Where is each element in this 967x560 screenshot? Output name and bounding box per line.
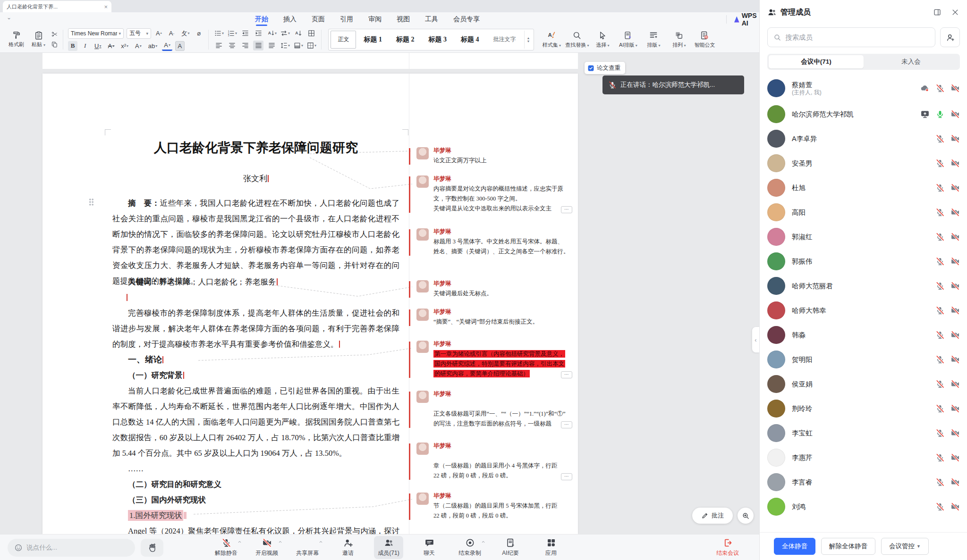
comment-card[interactable]: 毕梦琳章（一级标题）的题目采用小 4 号黑体字，行距22 磅，段前 0 磅，段后… <box>416 443 572 481</box>
comment-card[interactable]: 毕梦琳内容摘要是对论文内容的概括性描述，应忠实于原文，字数控制在 300-500… <box>416 176 572 214</box>
comment-card[interactable]: 毕梦琳论文正文两万字以上 <box>416 147 572 166</box>
raise-hand-button[interactable] <box>141 539 163 557</box>
cam-off-icon[interactable] <box>950 257 960 266</box>
comment-more-button[interactable]: ⋯ <box>561 371 572 378</box>
chat-message-input[interactable]: 说点什么... <box>8 539 135 557</box>
member-row[interactable]: 李言睿 <box>760 470 967 494</box>
member-row[interactable]: 荆玲玲 <box>760 396 967 421</box>
comment-card[interactable]: 毕梦琳节（二级标题）的题目采用 5 号宋体加黑，行距22 磅，段前 0 磅，段后… <box>416 493 572 521</box>
text-direction-icon[interactable]: A▾ <box>266 28 277 38</box>
strikethrough-icon[interactable]: A▾ <box>106 41 116 51</box>
mic-off-icon[interactable] <box>935 453 945 462</box>
document-page[interactable]: 人口老龄化背景下养老保障问题研究张文利摘 要：近些年来，我国人口老龄化进程在不断… <box>42 74 578 534</box>
outdent-icon[interactable] <box>240 28 250 38</box>
comment-more-button[interactable]: ⋯ <box>561 473 572 480</box>
comment-card[interactable]: 毕梦琳关键词最后处无标点。 <box>416 280 572 299</box>
style-item-2[interactable]: 标题 1 <box>357 31 389 49</box>
chevron-up-icon[interactable] <box>278 540 282 544</box>
cam-off-icon[interactable] <box>950 134 960 143</box>
mic-off-icon[interactable] <box>935 330 945 340</box>
annotate-button[interactable]: 批注 <box>692 508 733 524</box>
meeting-control-开启视频[interactable]: 开启视频 <box>252 536 281 559</box>
cloud-record-icon[interactable] <box>920 84 930 93</box>
cam-off-icon[interactable] <box>950 84 960 93</box>
align-distribute-icon[interactable] <box>266 41 277 50</box>
close-panel-icon[interactable] <box>951 8 959 17</box>
ribbon-tab-视图[interactable]: 视图 <box>397 12 410 26</box>
superscript-icon[interactable]: x²▾ <box>119 41 130 51</box>
meeting-control-成员(71)[interactable]: 成员(71) <box>374 536 403 559</box>
ribbon-tab-工具[interactable]: 工具 <box>425 12 438 26</box>
mic-off-icon[interactable] <box>935 281 945 291</box>
font-size-select[interactable]: 五号▾ <box>127 28 151 39</box>
collapse-sidebar-handle[interactable]: ‹ <box>752 326 759 353</box>
style-item-6[interactable]: 批注文字 <box>486 31 522 49</box>
style-item-3[interactable]: 标题 2 <box>390 31 421 49</box>
indent-icon[interactable] <box>253 28 263 38</box>
cut-icon[interactable] <box>51 31 58 38</box>
chevron-up-icon[interactable] <box>481 540 485 544</box>
member-row[interactable]: 李惠芹 <box>760 445 967 470</box>
paragraph-drag-handle-icon[interactable] <box>89 198 94 206</box>
sort-icon[interactable]: A <box>293 28 303 38</box>
cam-off-icon[interactable] <box>950 232 960 242</box>
cam-off-icon[interactable] <box>950 330 960 340</box>
footer-button-解除全体静音[interactable]: 解除全体静音 <box>821 538 875 555</box>
mic-off-icon[interactable] <box>935 477 945 487</box>
borders-icon[interactable]: ▾ <box>306 41 316 50</box>
comment-card[interactable]: 毕梦琳标题用 3 号黑体字。中文姓名用五号宋体。标题、姓名、摘要（关键词）、正文… <box>416 228 572 257</box>
text-effects-icon[interactable]: 攵▾ <box>179 28 191 38</box>
paper-check-button[interactable]: 论文查重 <box>585 62 625 74</box>
member-row[interactable]: 刘鸿 <box>760 494 967 519</box>
mic-off-icon[interactable] <box>935 428 945 438</box>
align-left-icon[interactable] <box>213 41 224 50</box>
cam-off-icon[interactable] <box>950 477 960 487</box>
tool-AI排版[interactable]: AI排版 ▾ <box>615 31 641 49</box>
comment-card[interactable]: 毕梦琳正文各级标题可采用“一、”“（一）”“1.”“(1)”和“①”的写法，注意… <box>416 391 572 429</box>
ribbon-tab-开始[interactable]: 开始 <box>255 12 268 26</box>
cam-off-icon[interactable] <box>950 159 960 168</box>
mic-off-icon[interactable] <box>935 306 945 315</box>
mic-off-icon[interactable] <box>935 502 945 511</box>
mic-off-icon[interactable] <box>935 134 945 143</box>
mic-off-icon[interactable] <box>935 159 945 168</box>
panel-tab-会议中(71)[interactable]: 会议中(71) <box>769 55 864 68</box>
chevron-up-icon[interactable] <box>238 540 242 544</box>
close-tab-icon[interactable]: × <box>104 3 108 10</box>
bullet-list-icon[interactable]: ▾ <box>213 28 224 38</box>
member-row[interactable]: 哈尔滨师范大学祁凯 <box>760 102 967 126</box>
highlight-icon[interactable]: ab▾ <box>146 41 159 51</box>
member-row[interactable]: 哈师大范丽君 <box>760 274 967 298</box>
screen-share-icon[interactable] <box>920 109 930 119</box>
collapse-ribbon-icon[interactable]: ⌄ <box>7 14 11 21</box>
clear-format-icon[interactable]: ⌀ <box>194 28 204 38</box>
mic-off-icon[interactable] <box>935 257 945 266</box>
footer-button-全体静音[interactable]: 全体静音 <box>774 538 815 555</box>
style-item-5[interactable]: 标题 4 <box>454 31 486 49</box>
table-grid-icon[interactable] <box>306 28 316 38</box>
paste-button[interactable]: 粘贴 ▾ <box>30 30 47 49</box>
style-item-1[interactable]: 正文 <box>331 31 356 49</box>
shading-icon[interactable]: ▾ <box>293 41 303 50</box>
two-way-icon[interactable]: ▾ <box>280 28 290 38</box>
comment-card[interactable]: 毕梦琳第一章为绪论或引言（内容包括研究背景及意义，国内外研究综述，特别是要有评述… <box>416 341 572 379</box>
numbered-list-icon[interactable]: 123▾ <box>227 28 237 38</box>
footer-button-会议管控[interactable]: 会议管控▼ <box>881 538 929 555</box>
align-center-icon[interactable] <box>227 41 237 50</box>
meeting-control-应用[interactable]: 应用 <box>536 536 566 559</box>
member-row[interactable]: 贺明阳 <box>760 347 967 372</box>
cam-off-icon[interactable] <box>950 404 960 413</box>
cam-off-icon[interactable] <box>950 281 960 291</box>
cam-off-icon[interactable] <box>950 306 960 315</box>
member-row[interactable]: A李卓异 <box>760 126 967 151</box>
align-justify-icon[interactable] <box>253 41 263 50</box>
cam-off-icon[interactable] <box>950 109 960 119</box>
mic-off-icon[interactable] <box>935 208 945 217</box>
member-row[interactable]: 郭淑红 <box>760 225 967 249</box>
comment-more-button[interactable]: ⋯ <box>561 206 572 213</box>
panel-tab-未入会[interactable]: 未入会 <box>864 55 959 68</box>
member-row[interactable]: 哈师大韩幸 <box>760 298 967 323</box>
member-row[interactable]: 韩淼 <box>760 323 967 347</box>
ribbon-tab-页面[interactable]: 页面 <box>312 12 325 26</box>
mic-off-icon[interactable] <box>935 404 945 413</box>
